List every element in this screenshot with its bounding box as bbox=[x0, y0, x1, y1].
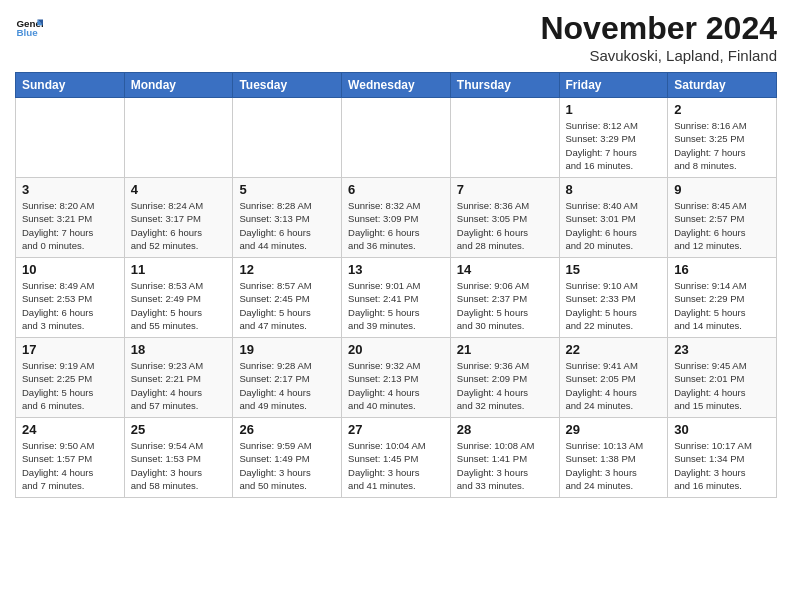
day-info: Sunrise: 9:01 AM Sunset: 2:41 PM Dayligh… bbox=[348, 279, 444, 332]
calendar-cell: 1Sunrise: 8:12 AM Sunset: 3:29 PM Daylig… bbox=[559, 98, 668, 178]
header-row: Sunday Monday Tuesday Wednesday Thursday… bbox=[16, 73, 777, 98]
calendar-cell bbox=[16, 98, 125, 178]
calendar-cell: 29Sunrise: 10:13 AM Sunset: 1:38 PM Dayl… bbox=[559, 418, 668, 498]
day-info: Sunrise: 9:14 AM Sunset: 2:29 PM Dayligh… bbox=[674, 279, 770, 332]
day-number: 23 bbox=[674, 342, 770, 357]
week-row-3: 17Sunrise: 9:19 AM Sunset: 2:25 PM Dayli… bbox=[16, 338, 777, 418]
day-number: 20 bbox=[348, 342, 444, 357]
day-number: 16 bbox=[674, 262, 770, 277]
col-saturday: Saturday bbox=[668, 73, 777, 98]
calendar-cell bbox=[450, 98, 559, 178]
logo: General Blue bbox=[15, 14, 43, 42]
day-info: Sunrise: 8:49 AM Sunset: 2:53 PM Dayligh… bbox=[22, 279, 118, 332]
day-info: Sunrise: 8:16 AM Sunset: 3:25 PM Dayligh… bbox=[674, 119, 770, 172]
week-row-1: 3Sunrise: 8:20 AM Sunset: 3:21 PM Daylig… bbox=[16, 178, 777, 258]
day-number: 2 bbox=[674, 102, 770, 117]
svg-text:Blue: Blue bbox=[16, 27, 38, 38]
day-number: 17 bbox=[22, 342, 118, 357]
calendar-cell: 21Sunrise: 9:36 AM Sunset: 2:09 PM Dayli… bbox=[450, 338, 559, 418]
day-number: 15 bbox=[566, 262, 662, 277]
calendar-cell: 22Sunrise: 9:41 AM Sunset: 2:05 PM Dayli… bbox=[559, 338, 668, 418]
day-number: 13 bbox=[348, 262, 444, 277]
week-row-2: 10Sunrise: 8:49 AM Sunset: 2:53 PM Dayli… bbox=[16, 258, 777, 338]
calendar-cell: 6Sunrise: 8:32 AM Sunset: 3:09 PM Daylig… bbox=[342, 178, 451, 258]
day-info: Sunrise: 8:53 AM Sunset: 2:49 PM Dayligh… bbox=[131, 279, 227, 332]
calendar-cell: 9Sunrise: 8:45 AM Sunset: 2:57 PM Daylig… bbox=[668, 178, 777, 258]
day-info: Sunrise: 9:41 AM Sunset: 2:05 PM Dayligh… bbox=[566, 359, 662, 412]
title-area: November 2024 Savukoski, Lapland, Finlan… bbox=[540, 10, 777, 64]
day-info: Sunrise: 9:19 AM Sunset: 2:25 PM Dayligh… bbox=[22, 359, 118, 412]
day-number: 7 bbox=[457, 182, 553, 197]
day-info: Sunrise: 10:17 AM Sunset: 1:34 PM Daylig… bbox=[674, 439, 770, 492]
day-number: 30 bbox=[674, 422, 770, 437]
day-number: 11 bbox=[131, 262, 227, 277]
calendar-page: General Blue November 2024 Savukoski, La… bbox=[0, 0, 792, 612]
col-wednesday: Wednesday bbox=[342, 73, 451, 98]
calendar-cell: 5Sunrise: 8:28 AM Sunset: 3:13 PM Daylig… bbox=[233, 178, 342, 258]
day-info: Sunrise: 9:28 AM Sunset: 2:17 PM Dayligh… bbox=[239, 359, 335, 412]
calendar-cell: 13Sunrise: 9:01 AM Sunset: 2:41 PM Dayli… bbox=[342, 258, 451, 338]
calendar-cell bbox=[233, 98, 342, 178]
col-thursday: Thursday bbox=[450, 73, 559, 98]
week-row-0: 1Sunrise: 8:12 AM Sunset: 3:29 PM Daylig… bbox=[16, 98, 777, 178]
col-sunday: Sunday bbox=[16, 73, 125, 98]
day-number: 12 bbox=[239, 262, 335, 277]
calendar-cell: 26Sunrise: 9:59 AM Sunset: 1:49 PM Dayli… bbox=[233, 418, 342, 498]
day-info: Sunrise: 8:32 AM Sunset: 3:09 PM Dayligh… bbox=[348, 199, 444, 252]
day-number: 19 bbox=[239, 342, 335, 357]
col-friday: Friday bbox=[559, 73, 668, 98]
day-number: 27 bbox=[348, 422, 444, 437]
main-title: November 2024 bbox=[540, 10, 777, 47]
col-monday: Monday bbox=[124, 73, 233, 98]
calendar-cell: 2Sunrise: 8:16 AM Sunset: 3:25 PM Daylig… bbox=[668, 98, 777, 178]
calendar-cell: 12Sunrise: 8:57 AM Sunset: 2:45 PM Dayli… bbox=[233, 258, 342, 338]
calendar-cell: 17Sunrise: 9:19 AM Sunset: 2:25 PM Dayli… bbox=[16, 338, 125, 418]
day-info: Sunrise: 9:23 AM Sunset: 2:21 PM Dayligh… bbox=[131, 359, 227, 412]
calendar-cell: 18Sunrise: 9:23 AM Sunset: 2:21 PM Dayli… bbox=[124, 338, 233, 418]
day-number: 10 bbox=[22, 262, 118, 277]
calendar-cell: 20Sunrise: 9:32 AM Sunset: 2:13 PM Dayli… bbox=[342, 338, 451, 418]
calendar-cell: 7Sunrise: 8:36 AM Sunset: 3:05 PM Daylig… bbox=[450, 178, 559, 258]
day-info: Sunrise: 8:36 AM Sunset: 3:05 PM Dayligh… bbox=[457, 199, 553, 252]
day-info: Sunrise: 8:20 AM Sunset: 3:21 PM Dayligh… bbox=[22, 199, 118, 252]
day-info: Sunrise: 10:04 AM Sunset: 1:45 PM Daylig… bbox=[348, 439, 444, 492]
calendar-cell bbox=[342, 98, 451, 178]
day-info: Sunrise: 9:50 AM Sunset: 1:57 PM Dayligh… bbox=[22, 439, 118, 492]
day-number: 3 bbox=[22, 182, 118, 197]
day-number: 8 bbox=[566, 182, 662, 197]
logo-icon: General Blue bbox=[15, 14, 43, 42]
day-info: Sunrise: 9:36 AM Sunset: 2:09 PM Dayligh… bbox=[457, 359, 553, 412]
calendar-cell: 28Sunrise: 10:08 AM Sunset: 1:41 PM Dayl… bbox=[450, 418, 559, 498]
day-info: Sunrise: 9:45 AM Sunset: 2:01 PM Dayligh… bbox=[674, 359, 770, 412]
day-info: Sunrise: 10:08 AM Sunset: 1:41 PM Daylig… bbox=[457, 439, 553, 492]
day-number: 29 bbox=[566, 422, 662, 437]
calendar-cell: 25Sunrise: 9:54 AM Sunset: 1:53 PM Dayli… bbox=[124, 418, 233, 498]
day-info: Sunrise: 8:45 AM Sunset: 2:57 PM Dayligh… bbox=[674, 199, 770, 252]
col-tuesday: Tuesday bbox=[233, 73, 342, 98]
subtitle: Savukoski, Lapland, Finland bbox=[540, 47, 777, 64]
calendar-cell: 8Sunrise: 8:40 AM Sunset: 3:01 PM Daylig… bbox=[559, 178, 668, 258]
day-info: Sunrise: 9:10 AM Sunset: 2:33 PM Dayligh… bbox=[566, 279, 662, 332]
day-info: Sunrise: 9:06 AM Sunset: 2:37 PM Dayligh… bbox=[457, 279, 553, 332]
day-info: Sunrise: 9:32 AM Sunset: 2:13 PM Dayligh… bbox=[348, 359, 444, 412]
day-number: 18 bbox=[131, 342, 227, 357]
calendar-cell: 3Sunrise: 8:20 AM Sunset: 3:21 PM Daylig… bbox=[16, 178, 125, 258]
day-number: 28 bbox=[457, 422, 553, 437]
calendar-cell: 11Sunrise: 8:53 AM Sunset: 2:49 PM Dayli… bbox=[124, 258, 233, 338]
day-number: 4 bbox=[131, 182, 227, 197]
day-number: 21 bbox=[457, 342, 553, 357]
calendar-cell: 4Sunrise: 8:24 AM Sunset: 3:17 PM Daylig… bbox=[124, 178, 233, 258]
day-info: Sunrise: 8:28 AM Sunset: 3:13 PM Dayligh… bbox=[239, 199, 335, 252]
day-number: 14 bbox=[457, 262, 553, 277]
day-number: 6 bbox=[348, 182, 444, 197]
day-info: Sunrise: 10:13 AM Sunset: 1:38 PM Daylig… bbox=[566, 439, 662, 492]
calendar-cell: 10Sunrise: 8:49 AM Sunset: 2:53 PM Dayli… bbox=[16, 258, 125, 338]
calendar-cell: 30Sunrise: 10:17 AM Sunset: 1:34 PM Dayl… bbox=[668, 418, 777, 498]
calendar-cell: 19Sunrise: 9:28 AM Sunset: 2:17 PM Dayli… bbox=[233, 338, 342, 418]
day-info: Sunrise: 8:24 AM Sunset: 3:17 PM Dayligh… bbox=[131, 199, 227, 252]
day-number: 1 bbox=[566, 102, 662, 117]
day-info: Sunrise: 8:12 AM Sunset: 3:29 PM Dayligh… bbox=[566, 119, 662, 172]
day-number: 24 bbox=[22, 422, 118, 437]
calendar-cell: 27Sunrise: 10:04 AM Sunset: 1:45 PM Dayl… bbox=[342, 418, 451, 498]
day-number: 5 bbox=[239, 182, 335, 197]
